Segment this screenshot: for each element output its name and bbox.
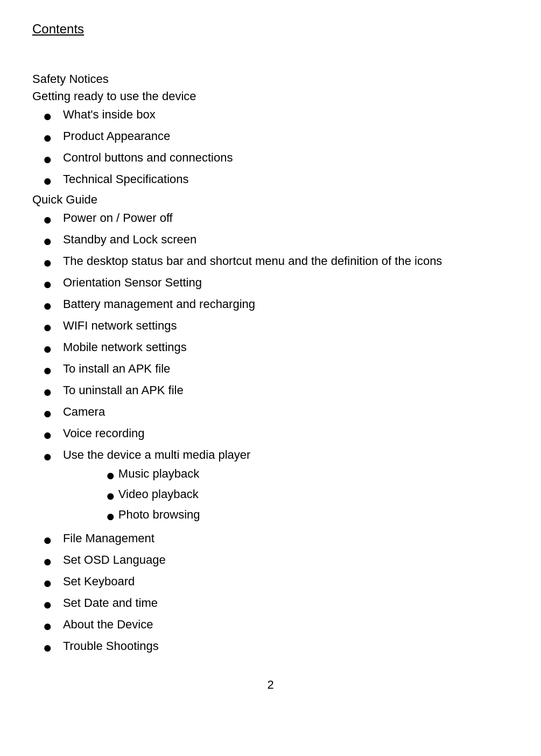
item-label: Trouble Shootings xyxy=(63,638,159,655)
list-item-product-appearance: ● Product Appearance xyxy=(32,128,509,146)
sub-list-item-photo-browsing: ● Photo browsing xyxy=(106,507,251,525)
item-label: To install an APK file xyxy=(63,361,170,377)
bullet-icon: ● xyxy=(43,639,52,656)
item-label: Set Keyboard xyxy=(63,573,135,590)
bullet-icon: ● xyxy=(43,319,52,336)
item-label: What's inside box xyxy=(63,107,156,123)
list-item-about-device: ● About the Device xyxy=(32,617,509,635)
bullet-icon: ● xyxy=(43,596,52,613)
item-label: Set Date and time xyxy=(63,595,158,612)
bullet-icon: ● xyxy=(43,426,52,444)
list-item-orientation-sensor: ● Orientation Sensor Setting xyxy=(32,275,509,293)
item-label: Camera xyxy=(63,404,105,421)
item-label: Standby and Lock screen xyxy=(63,232,196,248)
list-item-install-apk: ● To install an APK file xyxy=(32,361,509,379)
page-number: 2 xyxy=(32,678,509,692)
bullet-icon: ● xyxy=(43,172,52,190)
list-item-mobile-network: ● Mobile network settings xyxy=(32,339,509,358)
list-item-set-osd-language: ● Set OSD Language xyxy=(32,552,509,570)
item-label: About the Device xyxy=(63,617,153,633)
bullet-icon: ● xyxy=(43,448,52,465)
list-item-set-keyboard: ● Set Keyboard xyxy=(32,573,509,592)
item-label: Battery management and recharging xyxy=(63,296,255,313)
list-item-voice-recording: ● Voice recording xyxy=(32,425,509,444)
item-label: To uninstall an APK file xyxy=(63,382,184,399)
bullet-icon: ● xyxy=(43,618,52,635)
item-label: Control buttons and connections xyxy=(63,150,233,166)
list-item-trouble-shootings: ● Trouble Shootings xyxy=(32,638,509,656)
list-item-whats-inside: ● What's inside box xyxy=(32,107,509,125)
bullet-icon: ● xyxy=(43,575,52,592)
item-label: Use the device a multi media player xyxy=(63,448,251,461)
list-item-standby-lock: ● Standby and Lock screen xyxy=(32,232,509,250)
item-label: Mobile network settings xyxy=(63,339,187,356)
sub-list-item-music-playback: ● Music playback xyxy=(106,466,251,484)
item-label: Set OSD Language xyxy=(63,552,166,569)
item-label: Orientation Sensor Setting xyxy=(63,275,202,291)
sub-item-label: Video playback xyxy=(118,486,199,503)
item-label: Product Appearance xyxy=(63,128,170,145)
bullet-icon: ● xyxy=(43,362,52,379)
item-label: File Management xyxy=(63,530,154,547)
bullet-icon: ● xyxy=(43,383,52,401)
sub-bullet-icon: ● xyxy=(106,487,115,505)
section-safety-notices: Safety Notices xyxy=(32,72,509,86)
bullet-icon: ● xyxy=(43,151,52,168)
item-label: WIFI network settings xyxy=(63,318,177,334)
sub-bullet-icon: ● xyxy=(106,508,115,525)
bullet-icon: ● xyxy=(43,254,52,271)
section-quick-guide: Quick Guide xyxy=(32,193,509,207)
sub-list-item-video-playback: ● Video playback xyxy=(106,486,251,505)
bullet-icon: ● xyxy=(43,211,52,228)
bullet-icon: ● xyxy=(43,108,52,125)
list-item-multimedia-player: ● Use the device a multi media player ● … xyxy=(32,447,509,527)
item-label: Technical Specifications xyxy=(63,171,189,188)
list-item-wifi-network: ● WIFI network settings xyxy=(32,318,509,336)
list-item-control-buttons: ● Control buttons and connections xyxy=(32,150,509,168)
bullet-icon: ● xyxy=(43,276,52,293)
sub-list-multimedia: ● Music playback ● Video playback ● Phot… xyxy=(106,466,251,525)
item-label: Voice recording xyxy=(63,425,145,442)
list-item-battery-management: ● Battery management and recharging xyxy=(32,296,509,314)
item-label: Power on / Power off xyxy=(63,210,173,227)
bullet-icon: ● xyxy=(43,129,52,146)
section-getting-ready: Getting ready to use the device xyxy=(32,89,509,103)
list-item-power-on-off: ● Power on / Power off xyxy=(32,210,509,228)
list-item-uninstall-apk: ● To uninstall an APK file xyxy=(32,382,509,401)
sub-item-label: Photo browsing xyxy=(118,507,200,523)
bullet-icon: ● xyxy=(43,233,52,250)
list-item-camera: ● Camera xyxy=(32,404,509,422)
sub-bullet-icon: ● xyxy=(106,467,115,484)
list-item-file-management: ● File Management xyxy=(32,530,509,549)
item-label: The desktop status bar and shortcut menu… xyxy=(63,253,442,270)
page-title: Contents xyxy=(32,22,509,37)
sub-item-label: Music playback xyxy=(118,466,199,482)
bullet-icon: ● xyxy=(43,405,52,422)
bullet-icon: ● xyxy=(43,531,52,549)
bullet-icon: ● xyxy=(43,340,52,358)
bullet-icon: ● xyxy=(43,297,52,314)
list-item-technical-specs: ● Technical Specifications xyxy=(32,171,509,190)
list-item-desktop-status-bar: ● The desktop status bar and shortcut me… xyxy=(32,253,509,271)
bullet-icon: ● xyxy=(43,553,52,570)
list-item-set-date-time: ● Set Date and time xyxy=(32,595,509,613)
